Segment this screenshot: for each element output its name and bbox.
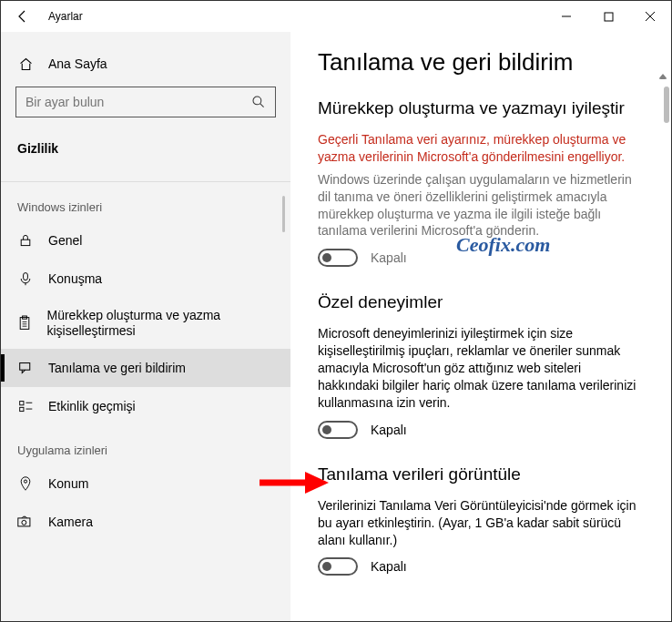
sidebar-scrollbar[interactable] [282,196,285,232]
sidebar-item-general[interactable]: Genel [1,221,290,260]
sidebar-item-label: Etkinlik geçmişi [48,399,136,413]
close-button[interactable] [629,2,671,31]
main-scrollbar[interactable] [664,87,669,123]
sidebar-item-label: Tanılama ve geri bildirim [48,361,186,375]
section-heading: Mürekkep oluşturma ve yazmayı iyileştir [318,98,644,118]
svg-line-3 [260,104,264,107]
activity-icon [17,398,34,414]
sidebar-section: Gizlilik [1,128,290,168]
sidebar-item-label: Genel [48,233,82,248]
section-view-diagnostic-data: Tanılama verileri görüntüle Verilerinizi… [318,464,644,576]
sidebar-item-label: Kamera [48,515,93,529]
sidebar-item-home[interactable]: Ana Sayfa [1,46,290,81]
lock-icon [17,232,34,249]
sidebar-item-label: Konuşma [48,271,102,286]
toggle-tailored-experiences[interactable] [318,421,358,439]
section-heading: Tanılama verileri görüntüle [318,464,644,484]
sidebar-item-label: Ana Sayfa [48,56,107,71]
search-box[interactable] [15,87,276,117]
sidebar-item-speech[interactable]: Konuşma [1,260,290,298]
page-title: Tanılama ve geri bildirim [318,48,644,76]
svg-rect-12 [19,401,23,404]
sidebar-item-activity[interactable]: Etkinlik geçmişi [1,387,290,425]
back-button[interactable] [8,2,37,31]
sidebar-item-inking[interactable]: Mürekkep oluşturma ve yazma kişiselleşti… [1,298,290,349]
svg-point-2 [253,97,261,105]
titlebar: Ayarlar [1,1,671,32]
clipboard-icon [17,315,33,331]
svg-point-18 [22,520,26,525]
maximize-button[interactable] [587,2,629,31]
toggle-state-label: Kapalı [371,559,407,574]
svg-rect-5 [24,273,28,280]
main-content: Tanılama ve geri bildirim Mürekkep oluşt… [290,32,671,621]
section-heading: Özel deneyimler [318,292,644,312]
svg-rect-13 [19,407,23,411]
description-text: Microsoft deneyimlerinizi iyileştirmek i… [318,325,644,411]
svg-rect-1 [605,13,613,21]
home-icon [17,56,34,72]
toggle-inking[interactable] [318,249,358,267]
sidebar-item-label: Konum [48,476,88,491]
scroll-up-icon[interactable] [658,70,667,79]
microphone-icon [17,270,34,287]
toggle-view-diagnostic[interactable] [318,557,358,576]
section-tailored-experiences: Özel deneyimler Microsoft deneyimleriniz… [318,292,644,438]
svg-point-16 [24,480,26,483]
camera-icon [17,514,34,530]
sidebar-group-windows-permissions: Windows izinleri [1,182,290,221]
feedback-icon [17,360,34,376]
svg-rect-4 [21,240,30,245]
sidebar-item-location[interactable]: Konum [1,464,290,503]
sidebar-item-diagnostics[interactable]: Tanılama ve geri bildirim [1,349,290,387]
sidebar-group-app-permissions: Uygulama izinleri [1,425,290,464]
sidebar-item-label: Mürekkep oluşturma ve yazma kişiselleşti… [47,308,291,340]
section-inking: Mürekkep oluşturma ve yazmayı iyileştir … [318,98,644,267]
svg-rect-11 [19,362,29,370]
search-icon [251,95,266,109]
warning-text: Geçerli Tanılama veri ayarınız, mürekkep… [318,131,644,166]
app-title: Ayarlar [48,10,83,23]
toggle-state-label: Kapalı [371,423,407,437]
description-text: Windows üzerinde çalışan uygulamaların v… [318,171,644,240]
search-input[interactable] [25,95,251,109]
description-text: Verilerinizi Tanılama Veri Görüntüleyici… [318,497,644,549]
location-icon [17,475,34,492]
toggle-state-label: Kapalı [371,250,407,265]
sidebar: Ana Sayfa Gizlilik Windows izinleri Gene… [1,32,290,621]
sidebar-item-camera[interactable]: Kamera [1,503,290,541]
minimize-button[interactable] [545,2,587,31]
